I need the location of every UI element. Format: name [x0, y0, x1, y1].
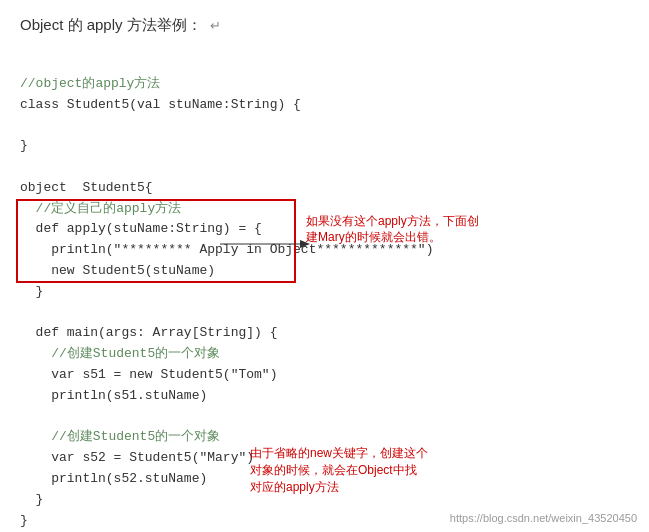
code-line: object Student5{: [20, 178, 629, 199]
code-line: println(s51.stuName): [20, 386, 629, 407]
page-title: Object 的 apply 方法举例： ↵: [20, 16, 629, 35]
code-line: def main(args: Array[String]) {: [20, 323, 629, 344]
code-line: new Student5(stuName): [20, 261, 629, 282]
code-line: [20, 407, 629, 428]
annotation-apply: 如果没有这个apply方法，下面创建Mary的时候就会出错。: [306, 213, 506, 247]
code-line: var s51 = new Student5("Tom"): [20, 365, 629, 386]
code-line: [20, 157, 629, 178]
code-line: [20, 303, 629, 324]
code-line: }: [20, 136, 629, 157]
code-section: //object的apply方法 class Student5(val stuN…: [20, 53, 629, 531]
code-line: }: [20, 282, 629, 303]
annotation-mary: 由于省略的new关键字，创建这个对象的时候，就会在Object中找对应的appl…: [250, 445, 470, 495]
page-wrapper: Object 的 apply 方法举例： ↵ //object的apply方法 …: [0, 0, 649, 532]
highlighted-block: //定义自己的apply方法 def apply(stuName:String)…: [20, 199, 629, 303]
code-line: [20, 115, 629, 136]
code-line: //创建Student5的一个对象: [20, 344, 629, 365]
watermark: https://blog.csdn.net/weixin_43520450: [450, 512, 637, 524]
code-line: class Student5(val stuName:String) {: [20, 95, 629, 116]
arrow-svg: [220, 229, 310, 259]
code-line: [20, 53, 629, 74]
annotation-row: //创建Student5的一个对象 var s52 = Student5("Ma…: [20, 427, 629, 469]
title-text: Object 的 apply 方法举例：: [20, 16, 202, 35]
return-symbol: ↵: [210, 18, 221, 33]
code-line: //object的apply方法: [20, 74, 629, 95]
